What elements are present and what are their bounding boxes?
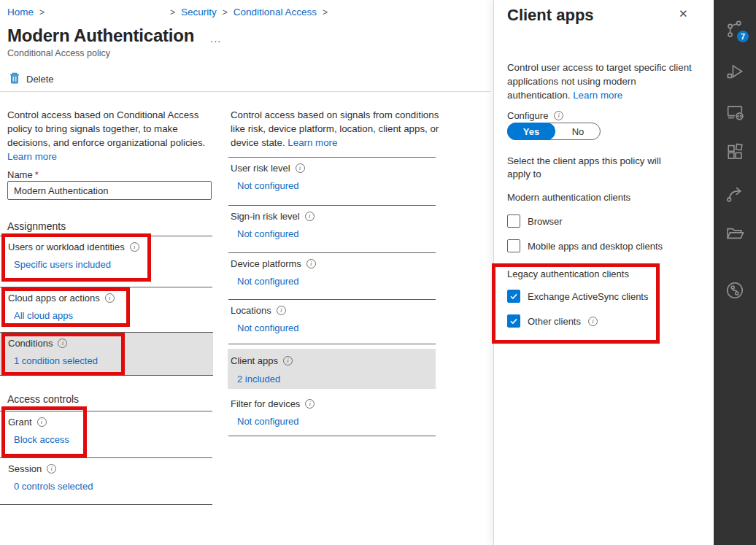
breadcrumb-conditional-access[interactable]: Conditional Access: [234, 7, 317, 18]
users-included-link[interactable]: Specific users included: [14, 259, 212, 270]
info-icon[interactable]: [588, 317, 598, 326]
checkbox-row-other-clients: Other clients: [507, 314, 598, 328]
info-icon[interactable]: [305, 212, 315, 221]
toggle-yes-option[interactable]: Yes: [507, 123, 555, 140]
panel-title: Client apps: [507, 6, 594, 25]
legacy-clients-heading: Legacy authentication clients: [507, 268, 629, 279]
info-icon[interactable]: [58, 339, 67, 348]
row-users-workload-identities[interactable]: Users or workload identities Specific us…: [0, 236, 212, 287]
row-locations[interactable]: Locations Not configured: [228, 299, 436, 344]
breadcrumb-security[interactable]: Security: [181, 7, 217, 18]
checkbox-label: Exchange ActiveSync clients: [528, 291, 648, 302]
info-icon[interactable]: [296, 163, 305, 173]
breadcrumb-gap: [50, 12, 164, 12]
conditions-link[interactable]: 1 condition selected: [14, 355, 213, 366]
run-debug-icon[interactable]: [725, 61, 745, 82]
checkbox-row-browser: Browser: [507, 214, 563, 228]
learn-more-link[interactable]: Learn more: [288, 137, 337, 148]
row-label: User risk level: [231, 163, 290, 174]
configure-label: Configure: [507, 110, 563, 121]
live-share-icon[interactable]: [725, 183, 745, 204]
row-label: Grant: [8, 417, 32, 428]
info-icon[interactable]: [554, 111, 563, 120]
context-menu-ellipsis[interactable]: ...: [210, 32, 222, 45]
page-title: Modern Authentication: [7, 26, 194, 46]
toggle-no-option[interactable]: No: [556, 123, 600, 139]
row-label: Session: [8, 463, 42, 474]
checkbox-label: Mobile apps and desktop clients: [528, 241, 663, 252]
learn-more-link[interactable]: Learn more: [7, 151, 57, 162]
conditions-intro-text: Control access based on signals from con…: [231, 108, 442, 150]
checkbox-label: Other clients: [528, 316, 581, 327]
row-label: Client apps: [231, 355, 278, 366]
row-sign-in-risk-level[interactable]: Sign-in risk level Not configured: [228, 205, 436, 252]
toolbar-divider: [0, 91, 491, 92]
device-platforms-link[interactable]: Not configured: [237, 276, 436, 287]
chevron-right-icon: >: [223, 7, 228, 18]
row-device-platforms[interactable]: Device platforms Not configured: [228, 252, 436, 299]
row-label: Device platforms: [231, 258, 301, 269]
git-graph-icon[interactable]: [725, 280, 745, 301]
assignments-heading: Assignments: [7, 220, 66, 232]
user-risk-link[interactable]: Not configured: [237, 180, 436, 191]
info-icon[interactable]: [130, 242, 139, 252]
required-asterisk: *: [35, 169, 39, 180]
browser-checkbox[interactable]: [507, 214, 520, 228]
activity-bar: 7: [714, 0, 756, 545]
breadcrumb: Home > > Security > Conditional Access >: [7, 7, 328, 18]
delete-label: Delete: [26, 74, 54, 85]
chevron-right-icon: >: [323, 7, 328, 18]
trash-icon: [9, 72, 20, 86]
sign-in-risk-link[interactable]: Not configured: [237, 228, 436, 239]
row-session[interactable]: Session 0 controls selected: [0, 457, 212, 505]
row-client-apps[interactable]: Client apps 2 included: [228, 349, 436, 389]
info-icon[interactable]: [37, 417, 47, 427]
grant-link[interactable]: Block access: [14, 434, 212, 445]
row-conditions[interactable]: Conditions 1 condition selected: [0, 332, 213, 376]
row-user-risk-level[interactable]: User risk level Not configured: [228, 157, 436, 205]
client-apps-link[interactable]: 2 included: [237, 374, 436, 384]
explorer-folder-icon[interactable]: [725, 223, 745, 244]
row-label: Sign-in risk level: [231, 211, 300, 222]
checkbox-label: Browser: [528, 216, 563, 227]
name-field-label: Name*: [7, 169, 39, 180]
page-subtitle: Conditional Access policy: [7, 48, 110, 58]
learn-more-link[interactable]: Learn more: [573, 90, 622, 101]
select-client-apps-text: Select the client apps this policy will …: [507, 155, 691, 181]
breadcrumb-home[interactable]: Home: [7, 7, 34, 18]
extensions-icon[interactable]: [725, 142, 745, 162]
locations-link[interactable]: Not configured: [237, 322, 436, 333]
policy-intro-text: Control access based on Conditional Acce…: [7, 108, 217, 163]
row-label: Locations: [231, 305, 271, 316]
cloud-apps-link[interactable]: All cloud apps: [14, 310, 212, 321]
info-icon[interactable]: [306, 259, 316, 268]
info-icon[interactable]: [105, 293, 115, 303]
row-label: Cloud apps or actions: [8, 293, 100, 304]
info-icon[interactable]: [47, 464, 56, 474]
close-icon[interactable]: [679, 7, 688, 20]
remote-explorer-icon[interactable]: [725, 102, 745, 123]
modern-clients-heading: Modern authentication clients: [507, 192, 630, 203]
delete-button[interactable]: Delete: [9, 72, 54, 86]
other-clients-checkbox[interactable]: [507, 314, 520, 328]
row-grant[interactable]: Grant Block access: [0, 411, 212, 457]
checkbox-row-exchange-activesync: Exchange ActiveSync clients: [507, 290, 648, 303]
session-link[interactable]: 0 controls selected: [14, 481, 212, 492]
checkbox-row-mobile-apps: Mobile apps and desktop clients: [507, 239, 663, 252]
filter-devices-link[interactable]: Not configured: [237, 416, 436, 427]
notification-badge: 7: [736, 29, 750, 44]
row-filter-for-devices[interactable]: Filter for devices Not configured: [228, 392, 436, 436]
policy-name-input[interactable]: [7, 181, 212, 200]
info-icon[interactable]: [305, 399, 315, 409]
info-icon[interactable]: [277, 306, 286, 315]
info-icon[interactable]: [283, 356, 293, 366]
access-controls-heading: Access controls: [7, 393, 79, 405]
configure-toggle[interactable]: Yes No: [507, 123, 601, 140]
panel-description: Control user access to target specific c…: [507, 61, 693, 102]
row-cloud-apps-actions[interactable]: Cloud apps or actions All cloud apps: [0, 287, 212, 332]
chevron-right-icon: >: [170, 7, 175, 18]
row-label: Filter for devices: [231, 398, 300, 409]
mobile-apps-checkbox[interactable]: [507, 239, 520, 252]
exchange-activesync-checkbox[interactable]: [507, 290, 520, 303]
chevron-right-icon: >: [39, 7, 45, 18]
